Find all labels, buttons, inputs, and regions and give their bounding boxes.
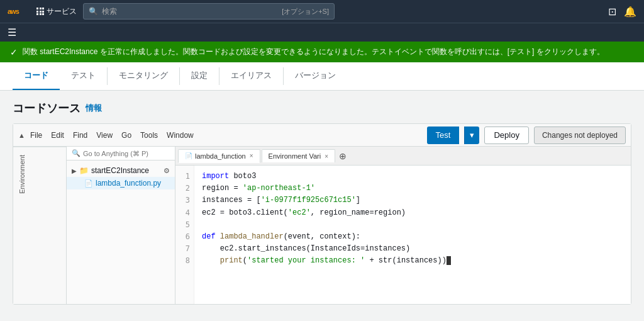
code-tab-env[interactable]: Environment Vari × xyxy=(262,149,335,162)
tab-settings[interactable]: 設定 xyxy=(180,62,219,90)
code-content[interactable]: 12345678 import boto3 region = 'ap-north… xyxy=(175,166,631,304)
toolbar-arrow: ▲ xyxy=(18,132,25,139)
file-search-input[interactable] xyxy=(83,150,170,157)
tab-file-icon: 📄 xyxy=(185,152,192,159)
folder-gear-icon[interactable]: ⚙ xyxy=(164,167,170,175)
search-file-bar: 🔍 xyxy=(67,147,175,160)
search-shortcut: [オプション+S] xyxy=(282,7,329,16)
file-tree: ▶ 📁 startEC2Instance ⚙ 📄 lambda_function… xyxy=(67,160,175,304)
hamburger-icon[interactable]: ☰ xyxy=(8,26,16,38)
tab-test[interactable]: テスト xyxy=(60,62,107,90)
services-button[interactable]: サービス xyxy=(36,6,77,17)
code-tab-label-2: Environment Vari xyxy=(269,152,321,160)
deploy-button[interactable]: Deploy xyxy=(484,127,528,144)
banner-message: 関数 startEC2Instance を正常に作成しました。関数コードおよび設… xyxy=(23,47,604,57)
code-tab-lambda[interactable]: 📄 lambda_function × xyxy=(178,149,260,163)
file-icon: 📄 xyxy=(84,179,93,188)
tab-aliases[interactable]: エイリアス xyxy=(219,62,283,90)
code-tab-label-1: lambda_function xyxy=(195,152,246,160)
editor-toolbar: ▲ File Edit Find View Go Tools Window Te… xyxy=(13,124,631,147)
changes-badge: Changes not deployed xyxy=(534,127,626,144)
success-banner: ✓ 関数 startEC2Instance を正常に作成しました。関数コードおよ… xyxy=(0,42,644,62)
menu-window[interactable]: Window xyxy=(167,131,194,140)
services-label: サービス xyxy=(47,6,77,17)
env-panel: Environment xyxy=(13,147,67,304)
menu-file[interactable]: File xyxy=(30,131,42,140)
tab-monitoring[interactable]: モニタリング xyxy=(108,62,179,90)
search-input[interactable] xyxy=(102,7,282,16)
code-area[interactable]: import boto3 region = 'ap-northeast-1' i… xyxy=(194,166,631,304)
tab-close-1[interactable]: × xyxy=(250,152,253,159)
nav-right: ⊡ 🔔 xyxy=(608,6,636,18)
add-tab-button[interactable]: ⊕ xyxy=(339,151,347,161)
search-bar[interactable]: 🔍 [オプション+S] xyxy=(83,3,335,20)
tab-code[interactable]: コード xyxy=(13,62,60,90)
line-numbers: 12345678 xyxy=(175,166,194,304)
folder-item[interactable]: ▶ 📁 startEC2Instance ⚙ xyxy=(67,164,175,177)
info-link[interactable]: 情報 xyxy=(86,103,102,114)
test-dropdown-button[interactable]: ▾ xyxy=(464,127,479,144)
search-file-icon: 🔍 xyxy=(72,149,80,157)
env-label: Environment xyxy=(13,147,66,201)
folder-arrow-icon: ▶ xyxy=(72,167,77,174)
code-panel: 📄 lambda_function × Environment Vari × ⊕… xyxy=(175,147,631,304)
section-title: コードソース 情報 xyxy=(13,101,631,116)
file-tree-area: 🔍 ▶ 📁 startEC2Instance ⚙ 📄 lambda_functi… xyxy=(67,147,175,304)
folder-icon: 📁 xyxy=(79,166,89,175)
sub-nav: ☰ xyxy=(0,23,644,42)
editor-container: ▲ File Edit Find View Go Tools Window Te… xyxy=(13,123,631,305)
menu-edit[interactable]: Edit xyxy=(51,131,64,140)
bell-icon[interactable]: 🔔 xyxy=(624,6,636,18)
aws-logo: aws xyxy=(8,4,28,19)
check-icon: ✓ xyxy=(10,47,18,57)
file-name: lambda_function.py xyxy=(96,179,161,188)
top-nav: aws サービス 🔍 [オプション+S] ⊡ 🔔 xyxy=(0,0,644,23)
grid-icon xyxy=(36,8,44,15)
menu-go[interactable]: Go xyxy=(121,131,131,140)
screen-icon[interactable]: ⊡ xyxy=(608,6,616,18)
test-button[interactable]: Test xyxy=(427,127,460,144)
menu-tools[interactable]: Tools xyxy=(140,131,158,140)
tab-close-2[interactable]: × xyxy=(325,153,328,160)
folder-name: startEC2Instance xyxy=(91,166,149,175)
tab-bar: コード テスト モニタリング 設定 エイリアス バージョン xyxy=(0,62,644,91)
tab-versions[interactable]: バージョン xyxy=(284,62,347,90)
section-title-text: コードソース xyxy=(13,101,80,116)
file-item[interactable]: 📄 lambda_function.py xyxy=(67,177,175,189)
svg-text:aws: aws xyxy=(8,8,19,15)
page-content: コードソース 情報 ▲ File Edit Find View Go Tools… xyxy=(0,91,644,315)
code-tabs: 📄 lambda_function × Environment Vari × ⊕ xyxy=(175,147,631,166)
menu-view[interactable]: View xyxy=(96,131,113,140)
search-icon: 🔍 xyxy=(89,7,98,16)
toolbar-menu: File Edit Find View Go Tools Window xyxy=(30,131,194,140)
editor-main: Environment 🔍 ▶ 📁 startEC2Instance ⚙ xyxy=(13,147,631,304)
menu-find[interactable]: Find xyxy=(73,131,87,140)
